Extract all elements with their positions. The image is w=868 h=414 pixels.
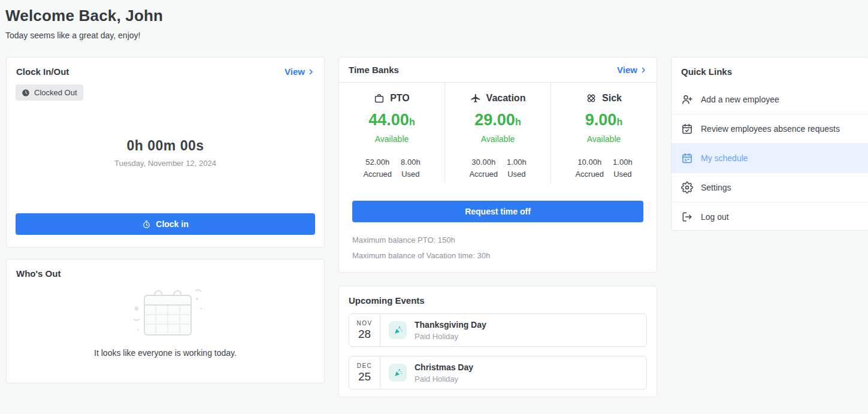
event-subtitle: Paid Holiday <box>415 332 486 341</box>
quick-link-my-schedule[interactable]: My schedule <box>672 143 868 173</box>
page-subtitle: Today seems like a great day, enjoy! <box>5 31 868 40</box>
calendar-illustration <box>7 280 324 347</box>
bank-available-value: 44.00h <box>339 111 444 129</box>
bank-available-value: 9.00h <box>551 111 657 129</box>
time-bank-columns: PTO 44.00h Available 52.00h Accrued 8.00… <box>339 83 657 183</box>
clock-in-button-label: Clock in <box>156 219 188 229</box>
bank-available-value: 29.00h <box>445 111 551 129</box>
event-date: NOV 28 <box>349 314 380 346</box>
clock-in-button[interactable]: Clock in <box>16 213 315 235</box>
bank-name: PTO <box>390 93 410 104</box>
quick-links-title: Quick Links <box>681 67 858 77</box>
left-column: Clock In/Out View Clocked Out 0h 00m 00s… <box>6 57 325 383</box>
clock-view-label: View <box>285 67 305 77</box>
event-row-thanksgiving: NOV 28 Thanksgiving Day Paid Holiday <box>349 313 647 347</box>
clock-status-label: Clocked Out <box>34 88 77 97</box>
time-bank-vacation: Vacation 29.00h Available 30.00h Accrued… <box>444 83 551 183</box>
clock-view-link[interactable]: View <box>285 67 314 77</box>
chevron-right-icon <box>307 68 314 75</box>
bank-accrued: 52.00h Accrued <box>363 158 392 179</box>
bank-available-label: Available <box>445 134 551 144</box>
max-balance-vacation-note: Maximum balance of Vacation time: 30h <box>352 251 643 260</box>
event-row-christmas: DEC 25 Christmas Day Paid Holiday <box>349 356 647 389</box>
quick-link-review-absence-requests[interactable]: Review employees absence requests <box>672 114 868 143</box>
middle-column: Time Banks View PTO 44.00h Avai <box>338 57 657 397</box>
party-popper-icon <box>389 321 407 339</box>
schedule-calendar-icon <box>681 152 693 164</box>
right-column: Quick Links Add a new employee Review em… <box>671 57 868 231</box>
logout-icon <box>681 211 693 223</box>
quick-link-label: Review employees absence requests <box>701 124 840 134</box>
quick-link-label: Settings <box>701 183 731 192</box>
timer-display: 0h 00m 00s <box>7 138 324 154</box>
whos-out-empty-message: It looks like everyone is working today. <box>7 348 324 358</box>
clock-in-out-card: Clock In/Out View Clocked Out 0h 00m 00s… <box>6 57 325 247</box>
quick-links-card: Quick Links Add a new employee Review em… <box>671 57 868 231</box>
whos-out-title: Who's Out <box>16 268 61 279</box>
event-text: Christmas Day Paid Holiday <box>415 362 473 383</box>
quick-link-label: My schedule <box>701 153 748 163</box>
calendar-check-icon <box>681 123 693 135</box>
time-banks-view-label: View <box>617 65 637 75</box>
quick-link-label: Add a new employee <box>701 95 779 104</box>
event-subtitle: Paid Holiday <box>415 374 473 383</box>
airplane-icon <box>470 93 481 104</box>
event-text: Thanksgiving Day Paid Holiday <box>415 320 486 341</box>
upcoming-events-title: Upcoming Events <box>349 295 425 306</box>
bank-used: 1.00h Used <box>507 158 527 179</box>
max-balance-pto-note: Maximum balance PTO: 150h <box>352 235 643 244</box>
timer-date: Tuesday, November 12, 2024 <box>7 159 324 168</box>
event-title: Christmas Day <box>415 362 473 372</box>
bank-used: 1.00h Used <box>613 158 633 179</box>
time-bank-pto: PTO 44.00h Available 52.00h Accrued 8.00… <box>339 83 444 183</box>
quick-link-add-employee[interactable]: Add a new employee <box>672 84 868 114</box>
quick-link-label: Log out <box>701 212 729 222</box>
time-banks-card: Time Banks View PTO 44.00h Avai <box>338 57 657 273</box>
whos-out-card: Who's Out <box>6 259 325 383</box>
party-popper-icon <box>389 364 407 382</box>
event-date: DEC 25 <box>349 356 380 389</box>
briefcase-icon <box>374 93 385 104</box>
event-title: Thanksgiving Day <box>415 320 486 330</box>
bank-accrued: 10.00h Accrued <box>575 158 604 179</box>
gear-icon <box>681 182 693 194</box>
bank-accrued: 30.00h Accrued <box>469 158 498 179</box>
quick-link-settings[interactable]: Settings <box>672 173 868 202</box>
bank-available-label: Available <box>339 134 444 144</box>
bank-used: 8.00h Used <box>401 158 421 179</box>
clock-card-title: Clock In/Out <box>16 67 69 77</box>
upcoming-events-card: Upcoming Events NOV 28 Thanksgiving Day … <box>338 286 657 397</box>
bank-name: Vacation <box>486 93 526 104</box>
time-banks-view-link[interactable]: View <box>617 65 647 75</box>
stopwatch-icon <box>142 220 151 229</box>
clock-status-badge: Clocked Out <box>16 84 83 101</box>
quick-link-log-out[interactable]: Log out <box>672 202 868 231</box>
chevron-right-icon <box>640 67 647 74</box>
time-bank-sick: Sick 9.00h Available 10.00h Accrued 1.00… <box>551 83 657 183</box>
request-time-off-label: Request time off <box>465 207 531 216</box>
timer-block: 0h 00m 00s Tuesday, November 12, 2024 <box>7 138 324 168</box>
time-banks-title: Time Banks <box>349 65 399 75</box>
request-time-off-button[interactable]: Request time off <box>352 201 643 222</box>
person-add-icon <box>681 93 693 105</box>
bank-name: Sick <box>602 93 622 104</box>
clock-icon <box>22 89 30 97</box>
bank-available-label: Available <box>551 134 657 144</box>
page-title: Welcome Back, John <box>5 7 868 25</box>
bandage-icon <box>586 93 597 104</box>
page-header: Welcome Back, John Today seems like a gr… <box>0 0 868 40</box>
